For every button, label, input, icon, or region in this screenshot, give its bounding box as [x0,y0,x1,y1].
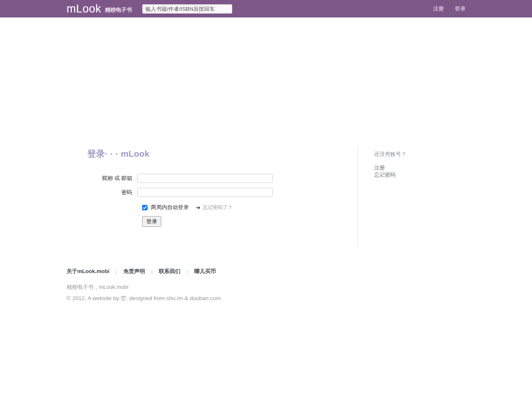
username-label: 昵称 或 邮箱 [66,175,137,182]
header-register-link[interactable]: 注册 [433,5,444,12]
username-row: 昵称 或 邮箱 [66,174,357,183]
arrow-right-icon: ➔ [196,204,200,211]
footer-link-about[interactable]: 关于mLook.mobi [66,268,109,275]
page-title: 登录· · · mLook [87,148,357,160]
sidebar-forgot-password-link[interactable]: 忘记密码 [374,171,466,178]
site-tagline: 精校电子书 [105,6,132,14]
top-header-bar: mLook 精校电子书 注册 登录 [0,0,532,17]
header-login-link[interactable]: 登录 [455,5,466,12]
footer-link-where-to-buy[interactable]: 哪儿买币 [194,268,216,275]
login-form-area: 登录· · · mLook 昵称 或 邮箱 密码 两周内自动登录 ➔ 忘记密码了… [66,146,357,245]
sidebar-register-link[interactable]: 注册 [374,164,466,171]
no-account-text: 还没有账号？ [374,150,466,158]
sidebar: 还没有账号？ 注册 忘记密码 [357,146,466,245]
password-label: 密码 [66,189,137,196]
main-content: 登录· · · mLook 昵称 或 邮箱 密码 两周内自动登录 ➔ 忘记密码了… [66,146,466,245]
footer-link-contact[interactable]: 联系我们 [159,268,180,275]
login-submit-button[interactable]: 登录 [142,216,161,227]
header-nav: 注册 登录 [422,5,466,12]
footer-separator: | [151,268,153,275]
footer-links: 关于mLook.mobi | 免责声明 | 联系我们 | 哪儿买币 [66,268,466,275]
forgot-password-inline-link[interactable]: 忘记密码了？ [203,204,233,211]
username-field[interactable] [137,174,273,183]
remember-label: 两周内自动登录 [151,204,189,211]
site-logo[interactable]: mLook [66,2,101,15]
footer-separator: | [116,268,117,275]
footer-link-disclaimer[interactable]: 免责声明 [123,268,145,275]
footer-separator: | [187,268,188,275]
remember-checkbox[interactable] [142,205,148,210]
footer-site-line: 精校电子书，mLook.mobi [66,283,466,291]
footer: 关于mLook.mobi | 免责声明 | 联系我们 | 哪儿买币 精校电子书，… [66,268,466,302]
remember-row: 两周内自动登录 ➔ 忘记密码了？ [142,204,357,211]
password-row: 密码 [66,188,357,197]
footer-copyright: © 2012, A website by 空. designed from sh… [66,295,466,302]
search-input[interactable] [142,4,232,14]
password-field[interactable] [137,188,273,197]
